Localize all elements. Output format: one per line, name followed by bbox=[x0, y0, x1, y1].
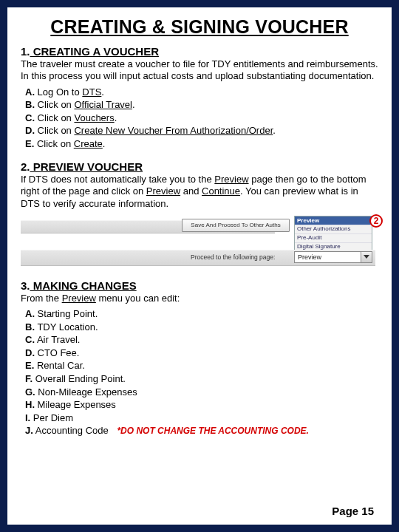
section-3-title: MAKING CHANGES bbox=[30, 279, 137, 292]
step-a: A. Log On to DTS. bbox=[25, 86, 378, 99]
section-2-number: 2. bbox=[21, 160, 30, 173]
embedded-ui-screenshot: Save And Proceed To Other Auths Preview … bbox=[21, 216, 378, 273]
section-3-number: 3. bbox=[21, 279, 30, 292]
section-1-number: 1. bbox=[21, 45, 30, 58]
section-1-paragraph: The traveler must create a voucher to fi… bbox=[21, 58, 378, 83]
nav-panel-header[interactable]: Preview bbox=[295, 216, 372, 225]
proceed-label: Proceed to the following page: bbox=[191, 253, 275, 261]
step-b: B. Click on Official Travel. bbox=[25, 98, 378, 112]
section-2-heading: 2. PREVIEW VOUCHER bbox=[21, 160, 378, 173]
nav-panel-row[interactable]: Pre-Audit bbox=[295, 233, 372, 242]
section-1-steps: A. Log On to DTS. B. Click on Official T… bbox=[25, 86, 378, 151]
section-3-list: A. Starting Point. B. TDY Location. C. A… bbox=[25, 307, 378, 437]
step-c: C. Click on Vouchers. bbox=[25, 112, 378, 125]
nav-panel-row[interactable]: Other Authorizations bbox=[295, 225, 372, 233]
document-page: CREATING & SIGNING VOUCHER 1. CREATING A… bbox=[0, 0, 399, 532]
list-item: D. CTO Fee. bbox=[25, 347, 378, 360]
step-d: D. Click on Create New Voucher From Auth… bbox=[25, 124, 378, 137]
section-1-heading: 1. CREATING A VOUCHER bbox=[21, 45, 378, 58]
list-item-accounting: J. Accounting Code *DO NOT CHANGE THE AC… bbox=[25, 424, 378, 437]
section-2-title: PREVIEW VOUCHER bbox=[30, 160, 143, 173]
chevron-down-icon bbox=[364, 255, 369, 259]
section-2-paragraph: If DTS does not automatically take you t… bbox=[21, 174, 378, 210]
warning-text: *DO NOT CHANGE THE ACCOUNTING CODE. bbox=[117, 426, 309, 436]
section-3-heading: 3. MAKING CHANGES bbox=[21, 279, 378, 292]
callout-badge: 2 bbox=[369, 214, 383, 228]
section-1-title: CREATING A VOUCHER bbox=[30, 45, 159, 58]
nav-panel: Preview Other Authorizations Pre-Audit D… bbox=[294, 216, 372, 251]
list-item: F. Overall Ending Point. bbox=[25, 372, 378, 386]
list-item: G. Non-Mileage Expenses bbox=[25, 386, 378, 399]
list-item: H. Mileage Expenses bbox=[25, 398, 378, 412]
section-3-intro: From the Preview menu you can edit: bbox=[21, 293, 378, 304]
save-proceed-button[interactable]: Save And Proceed To Other Auths bbox=[182, 219, 290, 232]
page-number: Page 15 bbox=[332, 505, 374, 517]
list-item: I. Per Diem bbox=[25, 412, 378, 425]
list-item: C. Air Travel. bbox=[25, 333, 378, 347]
page-dropdown[interactable]: Preview bbox=[294, 251, 372, 263]
dropdown-value: Preview bbox=[298, 253, 321, 261]
list-item: A. Starting Point. bbox=[25, 307, 378, 321]
list-item: B. TDY Location. bbox=[25, 321, 378, 334]
page-title: CREATING & SIGNING VOUCHER bbox=[21, 16, 378, 38]
list-item: E. Rental Car. bbox=[25, 359, 378, 372]
step-e: E. Click on Create. bbox=[25, 137, 378, 151]
